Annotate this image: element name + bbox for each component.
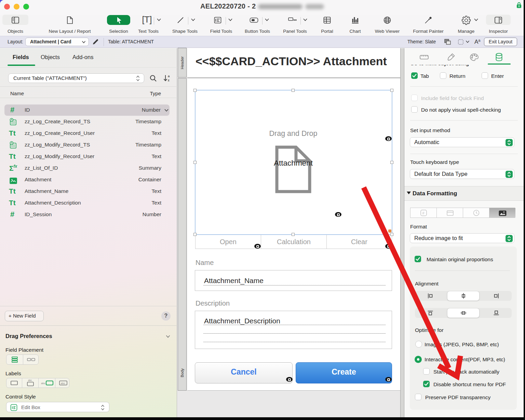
svg-text:abc: abc [28,379,32,381]
svg-text:abc: abc [41,382,45,385]
svg-text:#: # [422,211,425,215]
svg-text:a: a [168,74,170,78]
svg-text:abc: abc [61,382,65,385]
svg-text:z: z [168,78,170,82]
